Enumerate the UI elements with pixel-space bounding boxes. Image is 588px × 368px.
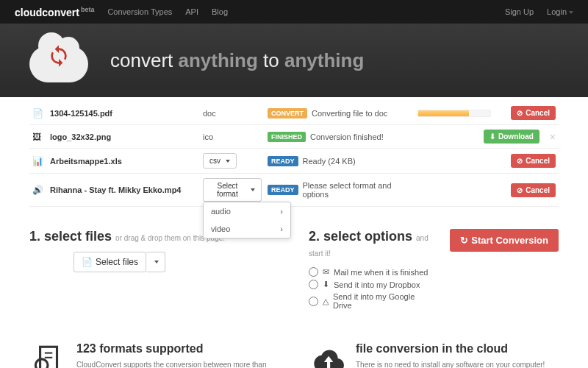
refresh-icon: [47, 44, 71, 68]
option-row[interactable]: ✉Mail me when it is finished: [309, 267, 435, 277]
format-label: ico: [203, 132, 213, 141]
option-icon: ⬇: [323, 280, 329, 289]
option-label: Mail me when it is finished: [334, 268, 428, 277]
file-row: 📄1304-125145.pdfdocCONVERTConverting fil…: [29, 102, 559, 125]
feature-cloud-title: file conversion in the cloud: [356, 342, 559, 355]
file-name: logo_32x32.png: [50, 132, 197, 141]
top-nav: cloudconvertbeta Conversion Types API Bl…: [0, 0, 588, 24]
status-badge: CONVERT: [268, 108, 307, 118]
brand-logo[interactable]: cloudconvertbeta: [15, 6, 94, 18]
file-list: 📄1304-125145.pdfdocCONVERTConverting fil…: [29, 102, 559, 207]
status-text: Please select format and options: [303, 181, 412, 199]
nav-api[interactable]: API: [185, 7, 198, 16]
step2-title: 2. select options and start it!: [309, 229, 435, 260]
format-option-video[interactable]: video›: [204, 220, 290, 238]
option-row[interactable]: ⬇Send it into my Dropbox: [309, 280, 435, 289]
file-row: 🔊Rihanna - Stay ft. Mikky Ekko.mp4Select…: [29, 174, 559, 207]
status-text: Ready (24 KB): [303, 157, 356, 166]
status-text: Converting file to doc: [312, 109, 387, 118]
hero-tagline: convert anything to anything: [110, 49, 364, 72]
step-2: 2. select options and start it! ✉Mail me…: [309, 229, 559, 313]
document-search-icon: [29, 342, 66, 368]
option-radio[interactable]: [309, 280, 318, 289]
option-label: Send it into my Google Drive: [333, 292, 435, 310]
start-conversion-button[interactable]: ↻ Start Conversion: [450, 229, 559, 252]
feature-cloud: file conversion in the cloud There is no…: [309, 342, 559, 368]
file-name: 1304-125145.pdf: [50, 109, 197, 118]
nav-blog[interactable]: Blog: [212, 7, 228, 16]
option-row[interactable]: △Send it into my Google Drive: [309, 292, 435, 310]
feature-formats-title: 123 formats supported: [76, 342, 279, 355]
format-label: doc: [203, 109, 216, 118]
feature-formats-desc: CloudConvert supports the conversion bet…: [76, 360, 279, 368]
close-icon[interactable]: ×: [550, 131, 556, 143]
status-badge: READY: [268, 156, 298, 166]
step-1: 1. select files or drag & drop them on t…: [29, 229, 279, 313]
nav-login[interactable]: Login: [547, 7, 573, 16]
download-button[interactable]: ⬇ Download: [484, 130, 539, 144]
feature-cloud-desc: There is no need to install any software…: [356, 360, 559, 368]
option-label: Send it into my Dropbox: [334, 280, 420, 289]
status-badge: FINISHED: [268, 132, 306, 142]
option-radio[interactable]: [309, 267, 318, 277]
cancel-button[interactable]: ⊘ Cancel: [511, 154, 556, 168]
feature-formats: 123 formats supported CloudConvert suppo…: [29, 342, 279, 368]
cloud-upload-icon: [309, 342, 345, 368]
status-badge: READY: [268, 185, 298, 195]
select-files-button[interactable]: 📄 Select files: [74, 252, 146, 272]
file-type-icon: 📊: [32, 156, 44, 166]
file-row: 🖼logo_32x32.pngicoFINISHEDConversion fin…: [29, 125, 559, 149]
format-select[interactable]: Select format: [203, 178, 262, 202]
file-type-icon: 🔊: [32, 185, 44, 195]
status-text: Conversion finished!: [310, 132, 384, 141]
file-row: 📊Arbeitsmappe1.xlscsvREADYReady (24 KB)⊘…: [29, 149, 559, 174]
nav-conversion-types[interactable]: Conversion Types: [107, 7, 172, 16]
svg-point-3: [35, 359, 48, 368]
nav-signup[interactable]: Sign Up: [505, 7, 534, 16]
format-dropdown-menu: audio›video›: [203, 202, 291, 238]
progress-bar: [417, 110, 491, 117]
file-type-icon: 🖼: [32, 132, 44, 142]
hero-banner: convert anything to anything: [0, 24, 588, 97]
file-name: Arbeitsmappe1.xls: [50, 157, 197, 166]
cloud-logo: [29, 38, 88, 82]
features-section: 123 formats supported CloudConvert suppo…: [29, 342, 559, 368]
format-select[interactable]: csv: [203, 153, 237, 169]
format-option-audio[interactable]: audio›: [204, 202, 290, 220]
file-name: Rihanna - Stay ft. Mikky Ekko.mp4: [50, 185, 197, 194]
option-radio[interactable]: [309, 297, 318, 306]
select-files-dropdown[interactable]: [146, 252, 165, 272]
cancel-button[interactable]: ⊘ Cancel: [511, 106, 556, 120]
file-type-icon: 📄: [32, 108, 44, 118]
option-icon: ✉: [323, 267, 329, 277]
cancel-button[interactable]: ⊘ Cancel: [511, 183, 556, 197]
option-icon: △: [323, 297, 329, 306]
